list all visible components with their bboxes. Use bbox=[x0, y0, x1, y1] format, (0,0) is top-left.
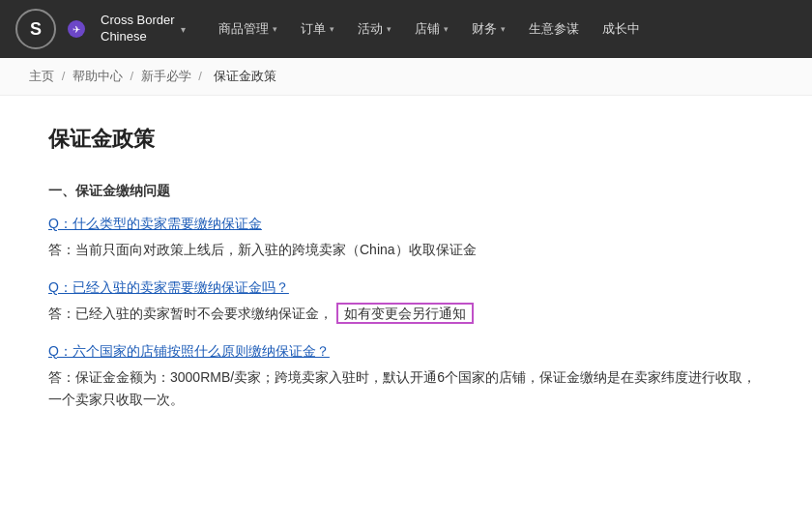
qa-block-1: Q：什么类型的卖家需要缴纳保证金 答：当前只面向对政策上线后，新入驻的跨境卖家（… bbox=[48, 216, 764, 262]
breadcrumb-current: 保证金政策 bbox=[214, 69, 276, 83]
qa-question-2[interactable]: Q：已经入驻的卖家需要缴纳保证金吗？ bbox=[48, 279, 764, 297]
page-title: 保证金政策 bbox=[48, 125, 764, 154]
nav-dropdown-arrow-2: ▾ bbox=[387, 24, 392, 34]
breadcrumb-sep-2: / bbox=[130, 69, 136, 83]
brand-info: Cross Border Chinese ▾ bbox=[101, 13, 186, 45]
nav-dropdown-arrow-0: ▾ bbox=[273, 24, 277, 34]
section-deposit: 一、保证金缴纳问题 Q：什么类型的卖家需要缴纳保证金 答：当前只面向对政策上线后… bbox=[48, 183, 764, 412]
qa-answer-2-highlight: 如有变更会另行通知 bbox=[336, 303, 474, 324]
header: S ✈ Cross Border Chinese ▾ 商品管理 ▾ 订单 ▾ 活… bbox=[0, 0, 812, 58]
qa-block-3: Q：六个国家的店铺按照什么原则缴纳保证金？ 答：保证金金额为：3000RMB/卖… bbox=[48, 343, 764, 413]
qa-block-2: Q：已经入驻的卖家需要缴纳保证金吗？ 答：已经入驻的卖家暂时不会要求缴纳保证金，… bbox=[48, 279, 764, 326]
nav-item-growth[interactable]: 成长中 bbox=[591, 13, 652, 45]
nav-item-store[interactable]: 店铺 ▾ bbox=[403, 13, 460, 45]
brand-badge-icon: ✈ bbox=[68, 20, 85, 38]
qa-answer-1: 答：当前只面向对政策上线后，新入驻的跨境卖家（China）收取保证金 bbox=[48, 239, 764, 262]
nav-item-products[interactable]: 商品管理 ▾ bbox=[207, 13, 289, 45]
qa-answer-2-text: 答：已经入驻的卖家暂时不会要求缴纳保证金， bbox=[48, 306, 333, 321]
nav-item-orders[interactable]: 订单 ▾ bbox=[289, 13, 346, 45]
logo-circle: S bbox=[15, 9, 56, 49]
nav-menu: 商品管理 ▾ 订单 ▾ 活动 ▾ 店铺 ▾ 财务 ▾ 生意参谋 成长中 bbox=[207, 13, 797, 45]
breadcrumb-home[interactable]: 主页 bbox=[29, 69, 54, 83]
qa-answer-3: 答：保证金金额为：3000RMB/卖家；跨境卖家入驻时，默认开通6个国家的店铺，… bbox=[48, 366, 764, 413]
section-title-1: 一、保证金缴纳问题 bbox=[48, 183, 764, 200]
qa-answer-2: 答：已经入驻的卖家暂时不会要求缴纳保证金，如有变更会另行通知 bbox=[48, 303, 764, 326]
breadcrumb-help[interactable]: 帮助中心 bbox=[72, 69, 123, 83]
brand-chevron-icon[interactable]: ▾ bbox=[181, 24, 186, 35]
main-content: 保证金政策 一、保证金缴纳问题 Q：什么类型的卖家需要缴纳保证金 答：当前只面向… bbox=[0, 96, 812, 460]
nav-item-finance[interactable]: 财务 ▾ bbox=[460, 13, 517, 45]
nav-dropdown-arrow-4: ▾ bbox=[501, 24, 506, 34]
nav-item-activities[interactable]: 活动 ▾ bbox=[346, 13, 403, 45]
logo-letter: S bbox=[30, 19, 42, 40]
nav-dropdown-arrow-1: ▾ bbox=[330, 24, 334, 34]
breadcrumb-beginner[interactable]: 新手必学 bbox=[141, 69, 191, 83]
brand-name: Cross Border Chinese bbox=[101, 13, 175, 45]
qa-question-1[interactable]: Q：什么类型的卖家需要缴纳保证金 bbox=[48, 216, 764, 233]
breadcrumb-sep-3: / bbox=[198, 69, 205, 83]
breadcrumb-sep-1: / bbox=[62, 69, 69, 83]
breadcrumb: 主页 / 帮助中心 / 新手必学 / 保证金政策 bbox=[0, 58, 812, 96]
nav-dropdown-arrow-3: ▾ bbox=[444, 24, 449, 34]
nav-item-analytics[interactable]: 生意参谋 bbox=[517, 13, 591, 45]
qa-question-3[interactable]: Q：六个国家的店铺按照什么原则缴纳保证金？ bbox=[48, 343, 764, 361]
